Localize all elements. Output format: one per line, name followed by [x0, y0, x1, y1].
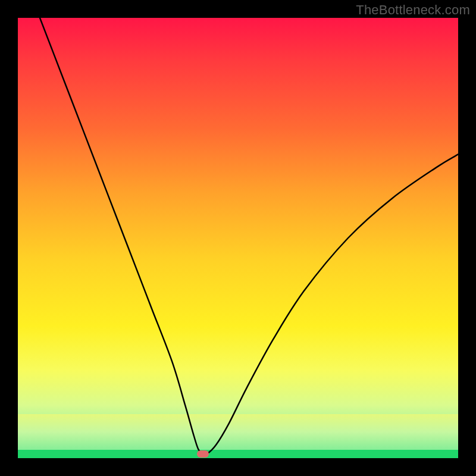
watermark-text: TheBottleneck.com	[356, 2, 470, 18]
plot-area	[18, 18, 458, 458]
optimum-marker	[197, 450, 209, 458]
chart-frame: TheBottleneck.com	[0, 0, 476, 476]
bottleneck-curve-path	[40, 18, 458, 455]
curve-svg	[18, 18, 458, 458]
